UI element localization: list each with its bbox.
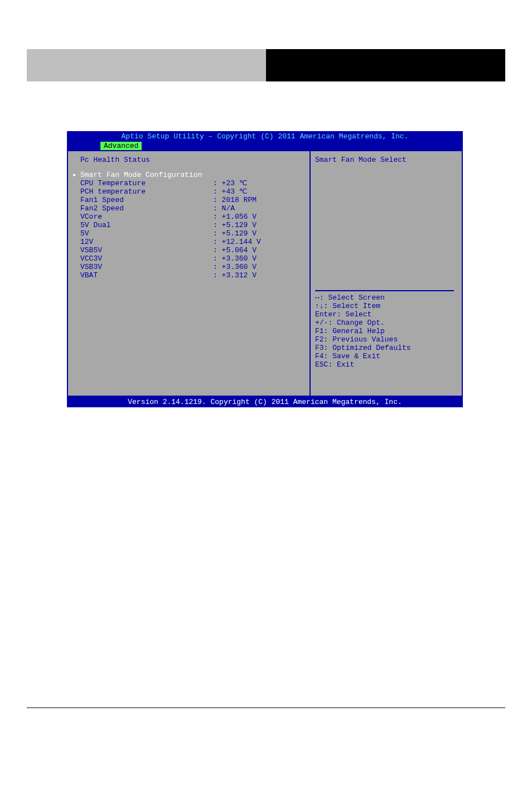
value: : +43 ℃ — [213, 187, 304, 196]
value: : +3.360 V — [213, 254, 304, 263]
header-gray — [27, 49, 266, 81]
row-vcc3v: VCC3V : +3.360 V — [74, 254, 304, 263]
label: Fan1 Speed — [74, 196, 213, 204]
right-panel: Smart Fan Mode Select ↔: Select Screen ↑… — [311, 151, 458, 396]
value: : +3.360 V — [213, 263, 304, 271]
value: : +3.312 V — [213, 271, 304, 280]
label: CPU Temperature — [74, 179, 213, 187]
label: VBAT — [74, 271, 213, 280]
label: 12V — [74, 238, 213, 246]
header-black — [266, 49, 505, 81]
hotkey-f2: F2: Previous Values — [315, 335, 454, 344]
menu-label: Smart Fan Mode Configuration — [74, 171, 202, 179]
hotkey-list: ↔: Select Screen ↑↓: Select Item Enter: … — [315, 293, 454, 369]
hotkey-f1: F1: General Help — [315, 327, 454, 335]
hotkey-select-item: ↑↓: Select Item — [315, 302, 454, 310]
triangle-right-icon: ▸ — [72, 171, 77, 179]
value: : +12.144 V — [213, 238, 304, 246]
page-footer-line — [27, 707, 505, 708]
section-title: Pc Health Status — [74, 156, 304, 164]
row-vsb3v: VSB3V : +3.360 V — [74, 263, 304, 271]
row-fan2-speed: Fan2 Speed : N/A — [74, 204, 304, 213]
row-vsb5v: VSB5V : +5.064 V — [74, 246, 304, 254]
value: : +1.056 V — [213, 213, 304, 221]
value: : +5.129 V — [213, 229, 304, 238]
menu-smart-fan-mode[interactable]: ▸ Smart Fan Mode Configuration — [74, 171, 304, 179]
label: VCore — [74, 213, 213, 221]
row-5v-dual: 5V Dual : +5.129 V — [74, 221, 304, 229]
bios-window: Aptio Setup Utility – Copyright (C) 2011… — [67, 131, 463, 407]
hotkey-f4: F4: Save & Exit — [315, 352, 454, 360]
row-12v: 12V : +12.144 V — [74, 238, 304, 246]
row-vbat: VBAT : +3.312 V — [74, 271, 304, 280]
bottom-spacer — [315, 369, 454, 391]
label: 5V — [74, 229, 213, 238]
value: : N/A — [213, 204, 304, 213]
row-vcore: VCore : +1.056 V — [74, 213, 304, 221]
label: 5V Dual — [74, 221, 213, 229]
hotkey-change-opt: +/-: Change Opt. — [315, 319, 454, 327]
divider — [315, 290, 454, 291]
spacer — [315, 170, 454, 288]
hotkey-enter: Enter: Select — [315, 310, 454, 319]
bios-title: Aptio Setup Utility – Copyright (C) 2011… — [67, 131, 463, 142]
left-panel: Pc Health Status ▸ Smart Fan Mode Config… — [68, 151, 311, 396]
value: : +5.129 V — [213, 221, 304, 229]
label: VSB5V — [74, 246, 213, 254]
tab-row: Advanced — [67, 142, 463, 151]
value: : 2018 RPM — [213, 196, 304, 204]
label: VCC3V — [74, 254, 213, 263]
help-title: Smart Fan Mode Select — [315, 156, 454, 164]
label: Fan2 Speed — [74, 204, 213, 213]
page-header-bar — [27, 49, 505, 81]
label: PCH temperature — [74, 187, 213, 196]
label: VSB3V — [74, 263, 213, 271]
tab-advanced[interactable]: Advanced — [100, 142, 142, 150]
bios-footer: Version 2.14.1219. Copyright (C) 2011 Am… — [67, 397, 463, 407]
row-cpu-temp: CPU Temperature : +23 ℃ — [74, 179, 304, 187]
bios-body: Pc Health Status ▸ Smart Fan Mode Config… — [67, 151, 463, 397]
row-pch-temp: PCH temperature : +43 ℃ — [74, 187, 304, 196]
hotkey-esc: ESC: Exit — [315, 360, 454, 369]
value: : +23 ℃ — [213, 179, 304, 187]
row-fan1-speed: Fan1 Speed : 2018 RPM — [74, 196, 304, 204]
hotkey-f3: F3: Optimized Defaults — [315, 344, 454, 352]
row-5v: 5V : +5.129 V — [74, 229, 304, 238]
hotkey-select-screen: ↔: Select Screen — [315, 293, 454, 302]
value: : +5.064 V — [213, 246, 304, 254]
